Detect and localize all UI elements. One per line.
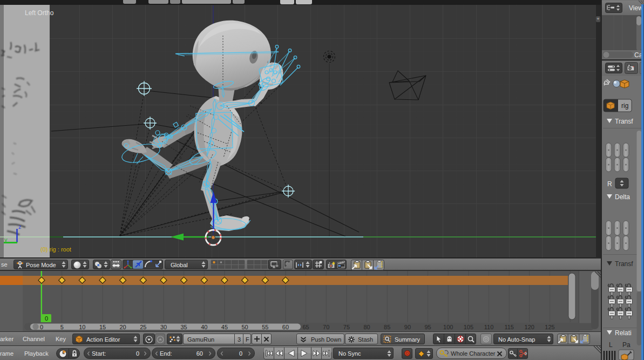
svg-text:rig: rig [621, 102, 628, 110]
svg-text:45: 45 [221, 324, 228, 330]
svg-text:120: 120 [525, 324, 534, 330]
svg-text:5: 5 [60, 324, 64, 330]
svg-text:Transf: Transf [615, 118, 633, 125]
svg-text:0: 0 [40, 324, 43, 330]
svg-text:125: 125 [545, 324, 554, 330]
svg-text:85: 85 [384, 324, 390, 330]
svg-text:y: y [4, 236, 8, 243]
svg-text:95: 95 [424, 324, 431, 330]
svg-text:Transf: Transf [615, 260, 633, 268]
svg-text:55: 55 [262, 324, 268, 330]
svg-text:70: 70 [323, 324, 329, 330]
svg-text:Relati: Relati [615, 329, 632, 337]
svg-text:Left Ortho: Left Ortho [25, 9, 54, 17]
svg-text:75: 75 [343, 324, 350, 330]
svg-text:65: 65 [302, 324, 309, 330]
svg-text:35: 35 [180, 324, 187, 330]
svg-text:Pa: Pa [622, 341, 631, 349]
svg-text:110: 110 [484, 324, 494, 330]
svg-text:10: 10 [79, 324, 85, 330]
svg-text:40: 40 [201, 324, 207, 330]
svg-text:30: 30 [160, 324, 167, 330]
svg-text:(0) rig : root: (0) rig : root [40, 246, 71, 253]
svg-text:105: 105 [464, 324, 473, 330]
svg-text:R: R [607, 180, 612, 188]
svg-text:60: 60 [282, 324, 289, 330]
svg-text:80: 80 [363, 324, 370, 330]
svg-text:0: 0 [45, 315, 48, 322]
svg-text:50: 50 [241, 324, 248, 330]
svg-text:90: 90 [404, 324, 411, 330]
svg-text:25: 25 [140, 324, 146, 330]
svg-text:z: z [18, 223, 22, 230]
svg-text:20: 20 [119, 324, 126, 330]
svg-text:15: 15 [99, 324, 106, 330]
svg-text:115: 115 [504, 324, 514, 330]
svg-text:L: L [609, 341, 613, 349]
svg-text:Delta: Delta [615, 193, 630, 201]
svg-text:100: 100 [443, 324, 453, 330]
